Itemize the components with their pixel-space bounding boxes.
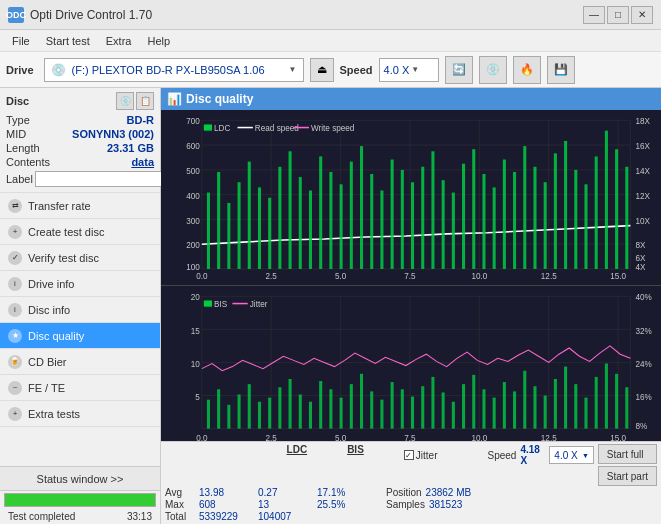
menu-start-test[interactable]: Start test	[38, 33, 98, 49]
charts-area: 700 600 500 400 300 200 100 18X 16X 14X …	[161, 110, 661, 441]
nav-disc-quality-label: Disc quality	[28, 330, 84, 342]
save-button[interactable]: 💾	[547, 56, 575, 84]
svg-rect-112	[329, 390, 332, 429]
menu-help[interactable]: Help	[139, 33, 178, 49]
stats-bar: LDC BIS ✓ Jitter Speed 4.18 X 4.0 X ▼	[161, 441, 661, 524]
svg-text:15.0: 15.0	[610, 434, 626, 441]
chart-top: 700 600 500 400 300 200 100 18X 16X 14X …	[161, 110, 661, 286]
svg-text:18X: 18X	[635, 117, 650, 126]
svg-text:16X: 16X	[635, 142, 650, 151]
svg-rect-40	[452, 193, 455, 269]
svg-rect-41	[462, 164, 465, 269]
svg-rect-30	[350, 162, 353, 269]
disc-icon-2[interactable]: 📋	[136, 92, 154, 110]
window-controls[interactable]: — □ ✕	[583, 6, 653, 24]
status-text: Test completed	[4, 510, 79, 523]
nav-disc-info[interactable]: i Disc info	[0, 297, 160, 323]
contents-value[interactable]: data	[131, 156, 154, 168]
start-full-button[interactable]: Start full	[598, 444, 657, 464]
total-label: Total	[165, 511, 195, 522]
disc-icon-1[interactable]: 💿	[116, 92, 134, 110]
progress-bar	[5, 494, 155, 506]
svg-rect-140	[615, 374, 618, 429]
svg-text:20: 20	[191, 294, 201, 303]
svg-text:100: 100	[186, 263, 200, 272]
svg-rect-42	[472, 149, 475, 269]
nav-extra-tests[interactable]: + Extra tests	[0, 401, 160, 427]
drive-select[interactable]: 💿 (F:) PLEXTOR BD-R PX-LB950SA 1.06 ▼	[44, 58, 304, 82]
svg-rect-130	[513, 392, 516, 429]
svg-rect-116	[370, 392, 373, 429]
svg-rect-123	[442, 393, 445, 429]
svg-rect-50	[554, 153, 557, 269]
menu-extra[interactable]: Extra	[98, 33, 140, 49]
speed-value: 4.0 X	[384, 64, 410, 76]
nav-drive-info-label: Drive info	[28, 278, 74, 290]
maximize-button[interactable]: □	[607, 6, 629, 24]
eject-button[interactable]: ⏏	[310, 58, 334, 82]
svg-text:12.5: 12.5	[541, 272, 557, 281]
svg-text:0.0: 0.0	[196, 272, 208, 281]
svg-text:12X: 12X	[635, 192, 650, 201]
avg-bis-value: 0.27	[258, 487, 313, 498]
svg-text:15.0: 15.0	[610, 272, 626, 281]
svg-rect-118	[391, 383, 394, 429]
disc-section: Disc 💿 📋 Type BD-R MID SONYNN3 (002) Len…	[0, 88, 160, 193]
svg-text:5.0: 5.0	[335, 434, 347, 441]
svg-rect-134	[554, 379, 557, 429]
chart-icon: 📊	[167, 92, 182, 106]
speed-stat-label: Speed	[487, 450, 516, 461]
start-part-button[interactable]: Start part	[598, 466, 657, 486]
svg-rect-25	[299, 177, 302, 269]
mid-value: SONYNN3 (002)	[72, 128, 154, 140]
svg-rect-104	[248, 385, 251, 429]
speed-dropdown[interactable]: 4.0 X ▼	[549, 446, 594, 464]
svg-rect-105	[258, 402, 261, 429]
close-button[interactable]: ✕	[631, 6, 653, 24]
nav-disc-quality[interactable]: ★ Disc quality	[0, 323, 160, 349]
svg-rect-110	[309, 402, 312, 429]
refresh-button[interactable]: 🔄	[445, 56, 473, 84]
nav-create-test-disc[interactable]: + Create test disc	[0, 219, 160, 245]
svg-rect-129	[503, 383, 506, 429]
svg-rect-121	[421, 387, 424, 429]
svg-rect-136	[574, 385, 577, 429]
svg-rect-114	[350, 385, 353, 429]
avg-label: Avg	[165, 487, 195, 498]
disc-section-title: Disc	[6, 95, 29, 107]
svg-rect-55	[605, 131, 608, 269]
status-window-button[interactable]: Status window >>	[0, 467, 160, 491]
svg-rect-141	[625, 388, 628, 429]
burn-button[interactable]: 🔥	[513, 56, 541, 84]
disc-button[interactable]: 💿	[479, 56, 507, 84]
menu-file[interactable]: File	[4, 33, 38, 49]
nav-transfer-rate[interactable]: ⇄ Transfer rate	[0, 193, 160, 219]
svg-rect-107	[278, 388, 281, 429]
nav-fe-te[interactable]: ~ FE / TE	[0, 375, 160, 401]
total-bis-value: 104007	[258, 511, 313, 522]
svg-text:7.5: 7.5	[404, 272, 416, 281]
svg-rect-117	[380, 400, 383, 429]
svg-rect-106	[268, 398, 271, 429]
samples-label: Samples	[386, 499, 425, 510]
svg-text:10: 10	[191, 360, 201, 369]
status-section: Status window >> Test completed 33:13	[0, 466, 160, 524]
svg-rect-17	[217, 172, 220, 269]
label-input[interactable]	[35, 171, 168, 187]
svg-text:8X: 8X	[635, 241, 646, 250]
svg-rect-20	[248, 162, 251, 269]
extra-tests-icon: +	[8, 407, 22, 421]
svg-rect-135	[564, 367, 567, 429]
svg-text:24%: 24%	[635, 360, 651, 369]
minimize-button[interactable]: —	[583, 6, 605, 24]
speed-select[interactable]: 4.0 X ▼	[379, 58, 439, 82]
jitter-checkbox[interactable]: ✓	[404, 450, 414, 460]
svg-rect-53	[584, 184, 587, 269]
disc-quality-icon: ★	[8, 329, 22, 343]
nav-verify-test-disc[interactable]: ✓ Verify test disc	[0, 245, 160, 271]
chart-bottom: 20 15 10 5 40% 32% 24% 16% 8% 0.0 2.5 5.…	[161, 286, 661, 441]
app-icon: ODC	[8, 7, 24, 23]
nav-drive-info[interactable]: i Drive info	[0, 271, 160, 297]
nav-cd-bier[interactable]: 🍺 CD Bier	[0, 349, 160, 375]
svg-text:6X: 6X	[635, 254, 646, 263]
